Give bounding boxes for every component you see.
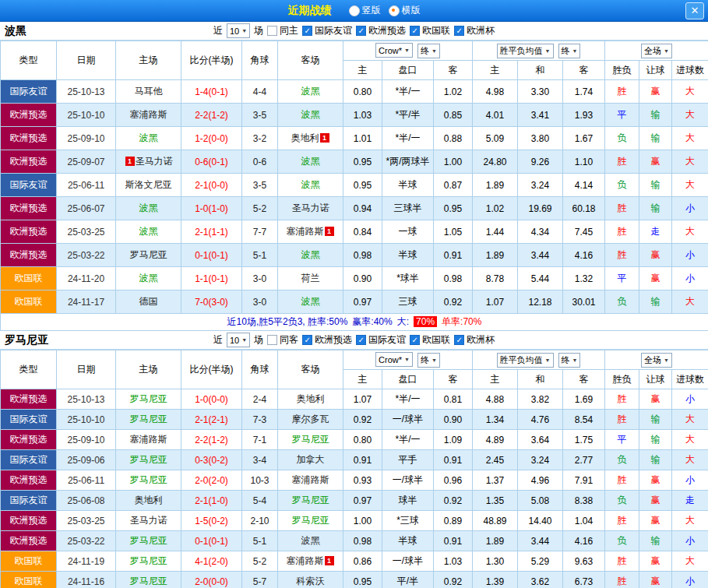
avg-away-cell: 7.91 (563, 470, 605, 491)
corners-cell: 3-5 (242, 104, 278, 127)
match-count-select[interactable]: 10▼ (227, 23, 250, 38)
home-team-cell: 波黑 (116, 197, 181, 220)
vertical-layout-radio[interactable] (349, 5, 360, 16)
home-team-cell: 奥地利 (116, 491, 181, 511)
league-filter-label: 欧洲杯 (467, 24, 495, 37)
away-team-cell: 波黑 (278, 150, 343, 174)
league-filter-checkbox[interactable]: ✓ (410, 26, 420, 36)
league-filter[interactable]: ✓国际友谊 (356, 333, 406, 347)
league-filter[interactable]: ✓欧洲预选 (356, 24, 406, 37)
venue-filter[interactable]: 同主 (267, 24, 298, 37)
league-filter[interactable]: ✓欧洲杯 (454, 24, 495, 37)
scope-group-header: 全场▼ (605, 350, 708, 370)
avg-home-cell: 1.39 (473, 572, 518, 588)
team-name-text: 罗马尼亚 (292, 434, 329, 445)
result-wdl-cell: 负 (605, 127, 639, 150)
avg-home-cell: 5.09 (473, 127, 518, 150)
date-cell: 25-09-07 (57, 150, 116, 174)
league-filter-checkbox[interactable]: ✓ (302, 26, 312, 36)
avg-away-cell: 2.77 (563, 450, 605, 470)
avg-home-cell: 1.89 (473, 531, 518, 551)
red-card-badge: 1 (125, 157, 135, 166)
odds-away-cell: 0.96 (434, 470, 473, 491)
away-team-cell: 波黑 (278, 290, 343, 314)
avg-odds-select[interactable]: 胜平负均值▼ (497, 44, 554, 58)
team-name-text: 奥地利 (135, 495, 163, 505)
league-filter-checkbox[interactable]: ✓ (410, 335, 420, 345)
team-name-text: 马耳他 (135, 86, 163, 97)
away-team-cell: 荷兰 (278, 267, 343, 290)
horizontal-layout-radio[interactable] (389, 5, 400, 16)
date-cell: 24-11-20 (57, 267, 116, 290)
league-filter-label: 欧洲预选 (315, 333, 352, 347)
venue-filter-checkbox[interactable] (267, 26, 277, 36)
avg-odds-select[interactable]: 胜平负均值▼ (497, 353, 554, 368)
league-filter-checkbox[interactable]: ✓ (454, 335, 464, 345)
league-filter-checkbox[interactable]: ✓ (454, 26, 464, 36)
horizontal-layout-label[interactable]: 横版 (402, 4, 421, 17)
away-team-cell: 波黑 (278, 244, 343, 267)
avg-draw-cell: 9.26 (518, 150, 563, 174)
away-team-cell: 罗马尼亚 (278, 430, 343, 450)
avg-home-header: 主 (473, 370, 518, 389)
league-type-cell: 国际友谊 (1, 491, 57, 511)
avg-final-select[interactable]: 终▼ (558, 44, 581, 58)
avg-away-cell: 4.16 (563, 531, 605, 551)
match-scope-select[interactable]: 全场▼ (641, 44, 672, 58)
bookmaker-select-value: Crow* (379, 46, 402, 55)
corners-cell: 3-5 (242, 174, 278, 197)
odds-home-cell: 0.84 (343, 220, 382, 244)
league-type-cell: 欧洲预选 (1, 197, 57, 220)
avg-draw-cell: 12.18 (518, 290, 563, 314)
odds-final-select[interactable]: 终▼ (417, 44, 440, 58)
close-icon[interactable]: ✕ (685, 2, 704, 19)
team-name-text: 罗马尼亚 (130, 454, 167, 465)
league-filter[interactable]: ✓国际友谊 (302, 24, 352, 37)
score-cell: 2-1(1-1) (181, 220, 242, 244)
league-filter[interactable]: ✓欧国联 (410, 333, 450, 347)
vertical-layout-label[interactable]: 竖版 (362, 4, 381, 17)
league-filter-checkbox[interactable]: ✓ (356, 26, 366, 36)
result-handicap-cell: 输 (639, 430, 672, 450)
avg-away-header: 客 (563, 61, 605, 80)
summary-segment: 赢率:40% (352, 316, 392, 327)
league-type-cell: 国际友谊 (1, 410, 57, 430)
match-count-select[interactable]: 10▼ (227, 333, 250, 347)
avg-away-cell: 1.32 (563, 267, 605, 290)
avg-final-select[interactable]: 终▼ (558, 353, 581, 368)
league-filter[interactable]: ✓欧洲预选 (302, 333, 352, 347)
league-filter[interactable]: ✓欧洲杯 (454, 333, 495, 347)
avg-home-cell: 4.88 (473, 389, 518, 410)
match-scope-select[interactable]: 全场▼ (641, 353, 672, 368)
venue-filter-checkbox[interactable] (267, 335, 277, 345)
corners-cell: 7-1 (242, 430, 278, 450)
league-filter-checkbox[interactable]: ✓ (302, 335, 312, 345)
bookmaker-select[interactable]: Crow*▼ (375, 43, 413, 58)
score-cell: 2-1(2-1) (181, 410, 242, 430)
date-cell: 25-10-10 (57, 104, 116, 127)
league-filter[interactable]: ✓欧国联 (410, 24, 450, 37)
result-wdl-cell: 胜 (605, 551, 639, 572)
avg-home-cell: 1.07 (473, 290, 518, 314)
bookmaker-select[interactable]: Crow*▼ (375, 352, 413, 367)
avg-home-cell: 48.89 (473, 511, 518, 531)
scope-group-header: 全场▼ (605, 41, 708, 61)
venue-filter[interactable]: 同客 (267, 333, 298, 347)
league-type-cell: 国际友谊 (1, 174, 57, 197)
avg-home-header: 主 (473, 61, 518, 80)
league-filter-checkbox[interactable]: ✓ (356, 335, 366, 345)
result-wdl-header: 胜负 (605, 370, 639, 389)
result-wdl-cell: 负 (605, 290, 639, 314)
date-cell: 24-11-17 (57, 290, 116, 314)
avg-home-cell: 4.01 (473, 104, 518, 127)
dropdown-arrow-icon: ▼ (545, 357, 551, 363)
team-name-text: 科索沃 (297, 576, 325, 586)
recent-label: 近 (213, 333, 223, 347)
result-goals-cell: 走 (672, 491, 708, 511)
avg-home-cell: 1.35 (473, 491, 518, 511)
team-name-text: 加拿大 (297, 454, 325, 465)
avg-away-cell: 1.69 (563, 389, 605, 410)
result-handicap-cell: 输 (639, 290, 672, 314)
team-name-text: 波黑 (301, 535, 320, 546)
odds-final-select[interactable]: 终▼ (417, 353, 440, 368)
